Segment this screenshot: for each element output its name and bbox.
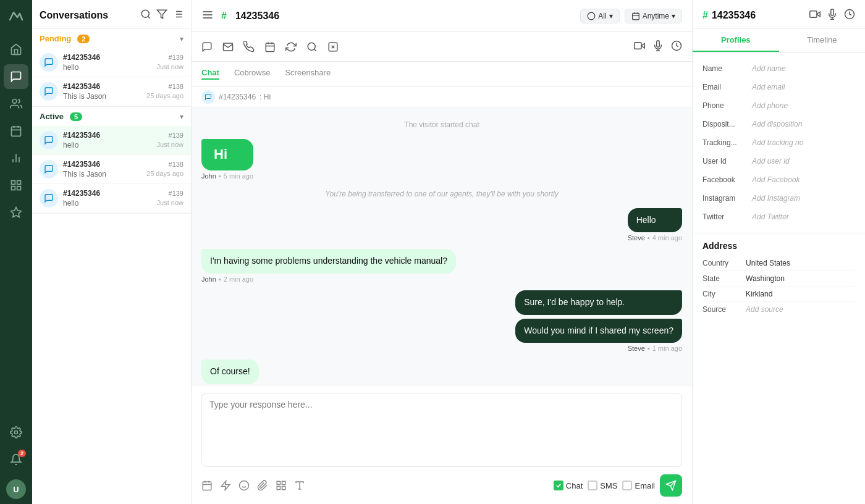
sidebar-item-conversations[interactable]	[4, 64, 28, 89]
sms-checkbox[interactable]	[588, 481, 597, 490]
tab-chat[interactable]: Chat	[201, 68, 219, 80]
filter-icon[interactable]	[156, 9, 167, 22]
tab-profiles[interactable]: Profiles	[693, 29, 779, 52]
conv-item[interactable]: #14235346 #139 hello Just now	[32, 184, 191, 213]
message-time: 1 min ago	[652, 345, 682, 352]
channel-sms[interactable]: SMS	[588, 481, 617, 490]
sidebar-item-reports[interactable]	[4, 146, 28, 170]
all-chevron-icon: ▾	[609, 12, 613, 20]
notifications-badge: 2	[18, 450, 26, 457]
country-value[interactable]: United States	[746, 259, 790, 267]
facebook-value[interactable]: Add Facebook	[752, 175, 855, 184]
phone-icon[interactable]	[243, 41, 255, 52]
video-call-icon[interactable]	[809, 9, 821, 22]
filter-all-label: All	[598, 12, 606, 20]
userid-value[interactable]: Add user id	[752, 157, 855, 166]
address-field-source: Source Add source	[703, 302, 855, 317]
phone-value[interactable]: Add phone	[752, 101, 855, 110]
emoji-icon[interactable]	[238, 480, 250, 491]
sidebar-item-settings[interactable]	[4, 420, 28, 445]
lightning-icon[interactable]	[220, 480, 231, 491]
svg-marker-49	[221, 481, 230, 490]
source-value[interactable]: Add source	[746, 305, 783, 314]
conv-item[interactable]: #14235346 #139 hello Just now	[32, 126, 191, 155]
state-label: State	[703, 274, 746, 283]
pending-section-header[interactable]: Pending 2 ▾	[32, 29, 191, 48]
name-value[interactable]: Add name	[752, 64, 855, 73]
sidebar-item-calendar[interactable]	[4, 119, 28, 143]
search-icon[interactable]	[306, 41, 318, 52]
chat-area: # 14235346 All ▾ Anytime ▾	[192, 0, 692, 504]
address-field-city: City Kirkland	[703, 287, 855, 302]
channel-chat[interactable]: Chat	[554, 481, 583, 490]
mute-icon[interactable]	[327, 41, 339, 52]
timer-icon[interactable]	[671, 40, 682, 54]
svg-rect-1	[12, 127, 21, 136]
sidebar-item-contacts[interactable]	[4, 91, 28, 116]
conv-item[interactable]: #14235346 #139 hello Just now	[32, 48, 191, 77]
mic-icon[interactable]	[652, 40, 664, 54]
svg-point-14	[141, 10, 149, 17]
video-icon[interactable]	[634, 40, 645, 54]
sidebar-item-integrations[interactable]	[4, 200, 28, 225]
message-sender: John	[201, 172, 216, 180]
channel-email[interactable]: Email	[622, 481, 655, 490]
tracking-value[interactable]: Add tracking no	[752, 138, 855, 147]
font-icon[interactable]	[294, 480, 305, 491]
tab-timeline[interactable]: Timeline	[779, 29, 866, 52]
right-panel: # 14235346 Profiles Timeline Name Add na…	[692, 0, 865, 504]
tab-cobrowse[interactable]: Cobrowse	[234, 68, 271, 80]
audio-call-icon[interactable]	[827, 9, 838, 22]
svg-point-26	[588, 12, 595, 20]
chat-toolbar	[192, 32, 692, 62]
sidebar-item-notifications[interactable]: 2	[4, 447, 28, 472]
conv-item[interactable]: #14235346 #138 This is Jason 25 days ago	[32, 77, 191, 106]
filter-anytime-label: Anytime	[643, 12, 669, 20]
search-icon[interactable]	[140, 9, 151, 22]
chat-checkbox[interactable]	[554, 481, 563, 490]
user-avatar[interactable]: U	[6, 479, 26, 499]
address-section: Address Country United States State Wash…	[693, 233, 865, 324]
country-label: Country	[703, 259, 746, 267]
svg-rect-54	[282, 481, 285, 484]
message-bubble: Hello	[628, 208, 682, 233]
message-input[interactable]	[201, 393, 682, 467]
chat-icon[interactable]	[201, 41, 213, 52]
send-button[interactable]	[660, 474, 682, 497]
grid-icon[interactable]	[276, 480, 287, 491]
conv-item[interactable]: #14235346 #138 This is Jason 25 days ago	[32, 155, 191, 184]
calendar-icon[interactable]	[264, 41, 276, 52]
conv-item-msg: hello	[63, 63, 78, 72]
sidebar-item-apps[interactable]	[4, 173, 28, 198]
chat-header-left: # 14235346	[201, 9, 279, 23]
sidebar-nav: 2 U	[0, 0, 32, 504]
active-section-header[interactable]: Active 5 ▾	[32, 107, 191, 126]
conv-item-num: #138	[169, 83, 184, 90]
state-value[interactable]: Washington	[746, 274, 785, 283]
sort-icon[interactable]	[172, 9, 184, 22]
disposition-label: Disposit...	[703, 120, 752, 128]
filter-anytime-button[interactable]: Anytime ▾	[625, 9, 682, 23]
anytime-chevron-icon: ▾	[672, 12, 675, 20]
calendar-input-icon[interactable]	[201, 480, 213, 491]
twitter-value[interactable]: Add Twitter	[752, 212, 855, 221]
email-checkbox[interactable]	[622, 481, 632, 490]
chat-header-right: All ▾ Anytime ▾	[580, 9, 682, 23]
instagram-value[interactable]: Add Instagram	[752, 194, 855, 203]
svg-rect-55	[277, 487, 280, 490]
filter-all-button[interactable]: All ▾	[580, 9, 619, 23]
email-icon[interactable]	[222, 41, 234, 52]
sidebar-item-home[interactable]	[4, 37, 28, 62]
attach-icon[interactable]	[257, 480, 268, 491]
email-value[interactable]: Add email	[752, 83, 855, 91]
name-label: Name	[703, 64, 752, 73]
conv-item-msg: This is Jason	[63, 170, 106, 178]
pending-badge: 2	[77, 35, 90, 43]
refresh-icon[interactable]	[285, 41, 297, 52]
disposition-value[interactable]: Add disposition	[752, 120, 855, 128]
timer-panel-icon[interactable]	[844, 9, 855, 22]
message-dot: •	[648, 345, 650, 352]
city-value[interactable]: Kirkland	[746, 290, 772, 298]
hamburger-icon[interactable]	[201, 9, 214, 23]
tab-screenshare[interactable]: Screenshare	[285, 68, 331, 80]
